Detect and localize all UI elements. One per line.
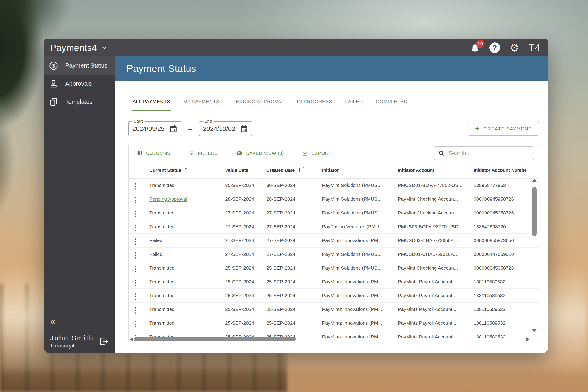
payment-status-cell: Transmitted: [149, 210, 174, 216]
scroll-down-arrow[interactable]: [532, 329, 537, 332]
sort-asc-icon[interactable]: ↑: [184, 167, 188, 174]
horizontal-scroll-thumb[interactable]: [134, 337, 296, 341]
sidebar-spacer: [44, 111, 115, 317]
calendar-icon[interactable]: [169, 124, 178, 133]
settings-gear-icon[interactable]: ⚙: [510, 42, 519, 53]
columns-button[interactable]: COLUMNS: [135, 150, 172, 156]
calendar-icon[interactable]: [240, 124, 248, 133]
help-icon[interactable]: ?: [490, 42, 500, 53]
end-date-value[interactable]: 2024/10/02: [203, 125, 240, 132]
payment-status-cell: Failed: [149, 252, 162, 257]
sort-desc-icon[interactable]: ↓: [297, 167, 302, 174]
table-header: Current Status ↑ 2 Value Date Created Da…: [128, 162, 538, 179]
notifications-badge: 10: [476, 40, 484, 48]
notifications-button[interactable]: 10: [470, 43, 480, 52]
row-kebab-menu-icon[interactable]: [134, 320, 137, 328]
table-row: Transmitted30-SEP-202430-SEP-2024PayMint…: [128, 179, 538, 192]
scroll-right-arrow[interactable]: [526, 337, 530, 342]
column-header-value-date[interactable]: Value Date: [225, 168, 266, 173]
payment-status-cell: Transmitted: [149, 182, 174, 188]
start-date-field[interactable]: Start 2024/09/25: [128, 121, 182, 136]
tab-failed[interactable]: FAILED: [345, 98, 363, 111]
column-header-initiator[interactable]: Initiator: [322, 168, 398, 173]
sidebar-item-approvals[interactable]: Approvals: [44, 75, 115, 93]
row-kebab-menu-icon[interactable]: [134, 210, 137, 218]
initiator-account-cell: PayMint Checking Accoun...: [398, 196, 458, 202]
svg-text:$: $: [52, 63, 55, 68]
row-menu-cell: [128, 194, 149, 204]
initiator-cell: PayMint Solutions (PMUS...: [322, 265, 382, 270]
row-kebab-menu-icon[interactable]: [134, 306, 137, 314]
value-date-cell: 27-SEP-2024: [225, 252, 254, 257]
scroll-up-arrow[interactable]: [532, 179, 537, 182]
logout-button[interactable]: [99, 336, 109, 346]
sidebar-item-templates[interactable]: Templates: [44, 93, 115, 111]
tab-all-payments[interactable]: ALL PAYMENTS: [132, 98, 171, 111]
user-name: John Smith: [50, 334, 94, 342]
end-date-field[interactable]: End 2024/10/02: [199, 121, 252, 136]
search-box[interactable]: [434, 146, 534, 160]
initiator-account-cell: PMUSD02-CHAS-73650-U...: [398, 238, 460, 243]
app-switcher-chevron-icon[interactable]: [101, 44, 108, 51]
row-kebab-menu-icon[interactable]: [134, 292, 137, 301]
table-row: Pending Approval28-SEP-202428-SEP-2024Pa…: [128, 192, 538, 206]
value-date-cell: 25-SEP-2024: [225, 279, 254, 284]
initiator-cell: PayMint Solutions (PMUS...: [322, 196, 382, 202]
row-menu-cell: [128, 208, 149, 218]
dollar-circle-icon: $: [49, 61, 58, 70]
table-row: Transmitted25-SEP-202425-SEP-2024PayMint…: [128, 261, 538, 275]
row-kebab-menu-icon[interactable]: [134, 182, 137, 190]
tab-pending-approval[interactable]: PENDING APPROVAL: [232, 98, 284, 111]
value-date-cell: 25-SEP-2024: [225, 293, 254, 298]
vertical-scrollbar[interactable]: [532, 179, 537, 332]
initiator-account-cell: PMUSD01-CHAS-59010-U...: [398, 252, 460, 257]
row-kebab-menu-icon[interactable]: [134, 238, 137, 246]
horizontal-scrollbar[interactable]: [130, 337, 530, 342]
tab-completed[interactable]: COMPLETED: [375, 98, 408, 111]
page-header: Payment Status: [115, 56, 548, 81]
initiator-cell: PayMintz Innovations (PM...: [322, 320, 382, 326]
payment-status-cell: Transmitted: [149, 224, 174, 229]
t4-logo[interactable]: T4: [529, 42, 540, 53]
search-input[interactable]: [448, 150, 530, 156]
table-row: Transmitted25-SEP-202425-SEP-2024PayMint…: [128, 316, 538, 330]
table-row: Transmitted27-SEP-202427-SEP-2024PayMint…: [128, 206, 538, 220]
sidebar-item-payment-status[interactable]: $ Payment Status: [44, 56, 115, 75]
row-menu-cell: [128, 249, 149, 260]
sort-order-badge: 2: [188, 167, 191, 169]
row-kebab-menu-icon[interactable]: [134, 265, 137, 273]
column-header-initiator-account-number[interactable]: Initiator Account Number: [474, 168, 526, 173]
created-date-cell: 27-SEP-2024: [266, 252, 296, 257]
filters-button[interactable]: FILTERS: [187, 150, 219, 156]
search-icon: [438, 150, 445, 156]
row-kebab-menu-icon[interactable]: [134, 251, 137, 260]
row-menu-cell: [128, 263, 149, 273]
initiator-account-number-cell: 000000945958726: [474, 210, 514, 216]
payment-status-cell: Transmitted: [149, 320, 174, 326]
end-date-label: End: [202, 119, 214, 124]
sidebar-collapse-button[interactable]: «: [44, 317, 115, 330]
payment-status-link[interactable]: Pending Approval: [149, 196, 187, 202]
vertical-scroll-thumb[interactable]: [532, 187, 536, 236]
create-payment-button[interactable]: + CREATE PAYMENT: [468, 122, 539, 136]
row-kebab-menu-icon[interactable]: [134, 196, 137, 204]
tab-my-payments[interactable]: MY PAYMENTS: [182, 98, 220, 111]
column-header-current-status[interactable]: Current Status ↑ 2: [149, 167, 225, 174]
scroll-left-arrow[interactable]: [130, 337, 133, 342]
value-date-cell: 27-SEP-2024: [225, 210, 254, 216]
saved-view-button[interactable]: SAVED VIEW (0): [234, 149, 285, 157]
export-button[interactable]: EXPORT: [300, 150, 333, 156]
initiator-account-cell: PayMintz Payroll Account ...: [398, 279, 458, 284]
value-date-cell: 28-SEP-2024: [225, 196, 254, 202]
sidebar: $ Payment Status Approvals Templates «: [44, 56, 115, 353]
tab-in-progress[interactable]: IN PROGRESS: [296, 98, 333, 111]
row-kebab-menu-icon[interactable]: [134, 279, 137, 287]
start-date-value[interactable]: 2024/09/25: [132, 125, 169, 132]
column-header-created-date[interactable]: Created Date ↓ 1: [266, 167, 322, 174]
initiator-cell: PayMintz Innovations (PM...: [322, 306, 382, 312]
approval-stamp-icon: [49, 79, 58, 89]
row-kebab-menu-icon[interactable]: [134, 224, 137, 232]
column-header-initiator-account[interactable]: Initiator Account: [398, 168, 474, 173]
payment-status-cell: Transmitted: [149, 265, 174, 270]
app-title[interactable]: Payments4: [50, 43, 97, 53]
